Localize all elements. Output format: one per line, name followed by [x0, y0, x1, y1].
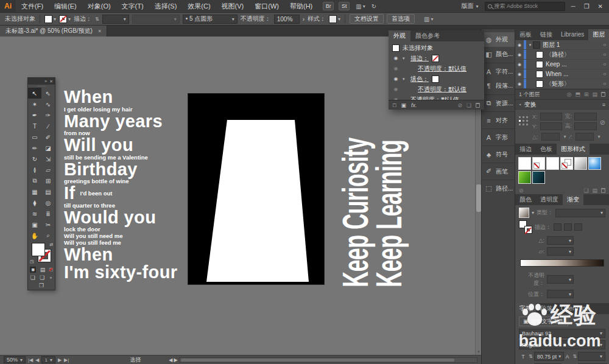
layer-thumbnail[interactable] — [536, 71, 543, 78]
tool-artboard[interactable]: ▣ — [28, 219, 41, 230]
layer-row[interactable]: ◉ ▾ 〈路径〉 ○ — [515, 50, 609, 60]
tool-slice[interactable]: ✂ — [41, 219, 55, 230]
eye-icon[interactable]: ◉ — [515, 62, 524, 67]
menu-item[interactable]: 对象(O) — [82, 0, 116, 12]
fill-proxy[interactable] — [32, 243, 45, 256]
close-icon[interactable]: ✕ — [49, 79, 53, 84]
trash-icon[interactable] — [601, 92, 605, 97]
style-control[interactable]: ▾ — [329, 15, 340, 23]
strip-item[interactable]: ¶ 段落... — [482, 79, 515, 93]
menu-item[interactable]: 选择(S) — [149, 0, 183, 12]
panel-menu-icon[interactable]: ≡ — [602, 102, 605, 108]
draw-inside-button[interactable]: ∘ — [49, 275, 53, 281]
tool-paintbrush[interactable]: ✐ — [41, 131, 55, 142]
stroke-within-icon[interactable] — [554, 223, 561, 231]
new-style-icon[interactable]: ▤ — [592, 187, 597, 194]
gradient-type-dropdown[interactable]: ▾ — [555, 209, 605, 217]
panel-tab[interactable]: 色板 — [536, 144, 557, 155]
layer-thumbnail[interactable] — [536, 61, 543, 68]
stroke-along-icon[interactable] — [564, 223, 572, 231]
none-style-icon[interactable]: ⊘ — [519, 187, 524, 194]
tool-pencil[interactable]: ✏ — [28, 142, 41, 153]
panel-tab[interactable]: 描边 — [515, 144, 536, 155]
tool-eraser[interactable]: ◪ — [41, 142, 55, 153]
font-family-dropdown[interactable]: Bauhaus 93 ▾ — [519, 329, 605, 338]
expander-icon[interactable]: ▾ — [403, 56, 407, 61]
style-swatch[interactable] — [546, 157, 559, 170]
trapezoid-shape[interactable] — [206, 120, 309, 282]
eye-icon[interactable]: ◉ — [515, 43, 524, 47]
gradient-thumbnail[interactable] — [519, 208, 529, 218]
gradient-opacity-field[interactable]: ▾ — [547, 275, 574, 284]
layer-row[interactable]: ◉ ▾ 〈矩形〉 ○ — [515, 79, 609, 89]
new-fill-icon[interactable]: ▣ — [401, 102, 406, 108]
opacity-default-label[interactable]: 不透明度：默认值 — [418, 85, 466, 94]
eye-icon[interactable]: ◉ — [515, 52, 524, 57]
tool-zoom[interactable]: ⌕ — [41, 230, 55, 241]
fill-label[interactable]: 填色： — [410, 75, 429, 83]
tool-direct-selection[interactable]: ⇖ — [41, 88, 55, 99]
tool-width[interactable]: ≬ — [28, 164, 41, 175]
chevron-down-icon[interactable]: ▾ — [532, 210, 534, 215]
stroke-label[interactable]: 描边： — [410, 54, 429, 63]
vertical-text-block[interactable]: Keep Curiosity Keep Learning — [339, 114, 414, 287]
break-link-icon[interactable]: ❏ — [583, 187, 588, 194]
layer-row[interactable]: ◉ ▾ Keep ... ○ — [515, 60, 609, 69]
layer-name[interactable]: When ... — [546, 71, 600, 77]
stock-icon[interactable]: St — [339, 2, 350, 10]
target-icon[interactable]: ○ — [600, 71, 609, 77]
height-field[interactable] — [574, 122, 597, 130]
tool-rectangle[interactable]: ▭ — [28, 131, 41, 142]
scroll-down-arrow[interactable]: ▼ — [476, 349, 481, 355]
menu-item[interactable]: 文件(F) — [16, 0, 49, 12]
preferences-button[interactable]: 首选项 — [387, 14, 415, 24]
layer-thumbnail[interactable] — [533, 41, 540, 49]
tool-blend[interactable]: ◎ — [41, 197, 55, 208]
toolbox-header[interactable]: » ✕ — [28, 78, 55, 85]
stroke-across-icon[interactable] — [574, 223, 582, 231]
scroll-right-arrow[interactable]: ▶ — [174, 357, 177, 363]
menu-item[interactable]: 窗口(W) — [249, 0, 284, 12]
panel-tab[interactable]: 画板 — [515, 29, 536, 40]
stepper-icon[interactable]: ⇅ — [529, 354, 533, 359]
none-button[interactable]: □ — [49, 267, 52, 273]
stroke-weight-stepper[interactable]: ⇅ — [95, 16, 99, 22]
expander-icon[interactable]: ▾ — [527, 43, 533, 47]
panel-tab[interactable]: 段落 — [536, 303, 557, 314]
document-setup-button[interactable]: 文档设置 — [350, 14, 384, 24]
stepper-icon[interactable]: ⇅ — [573, 354, 577, 359]
eye-icon[interactable]: ◉ — [515, 72, 524, 77]
menu-item[interactable]: 视图(V) — [216, 0, 250, 12]
color-button[interactable]: ■ — [30, 267, 35, 273]
strip-item[interactable]: ⬚ 路径... — [482, 180, 515, 195]
next-artboard-icon[interactable]: ▶ — [58, 357, 62, 363]
font-style-dropdown[interactable]: Regular ▾ — [519, 340, 605, 349]
trash-icon[interactable] — [601, 188, 605, 193]
stroke-swatch[interactable] — [432, 55, 439, 62]
eye-icon[interactable]: ◉ — [515, 82, 524, 86]
strip-item[interactable]: ≡ 对齐 — [482, 111, 515, 127]
panel-tab[interactable]: 链接 — [536, 29, 557, 40]
layer-row[interactable]: ◉ ▾ 图层 1 ○ — [515, 40, 609, 50]
scrollbar-thumb[interactable] — [476, 184, 481, 212]
default-fill-stroke-icon[interactable]: ◳ — [30, 259, 34, 264]
arrange-documents-icon[interactable]: ▥▾ — [356, 3, 365, 10]
tool-lasso[interactable]: ∿ — [41, 99, 55, 110]
menu-item[interactable]: 编辑(E) — [49, 0, 82, 12]
shear-field[interactable] — [576, 133, 594, 141]
layer-name[interactable]: 图层 1 — [543, 41, 600, 49]
panel-tab[interactable]: 渐变 — [563, 194, 583, 205]
sync-icon[interactable]: ↻ — [371, 3, 376, 10]
panel-tab[interactable]: 图层 — [588, 29, 609, 40]
tool-gradient[interactable]: ▤ — [41, 186, 55, 197]
target-icon[interactable]: ○ — [600, 81, 609, 86]
scroll-left-arrow[interactable]: ◀ — [169, 357, 172, 363]
collapse-icon[interactable]: » — [44, 79, 47, 83]
new-stroke-icon[interactable]: □ — [393, 102, 396, 108]
layer-name[interactable]: 〈路径〉 — [546, 51, 600, 59]
y-field[interactable] — [540, 122, 563, 130]
scrollbar-track[interactable] — [179, 357, 477, 363]
eye-icon[interactable]: ◉ — [392, 76, 400, 82]
new-layer-icon[interactable]: ▤ — [592, 91, 597, 97]
tool-shape-builder[interactable]: ⧉ — [28, 175, 41, 186]
